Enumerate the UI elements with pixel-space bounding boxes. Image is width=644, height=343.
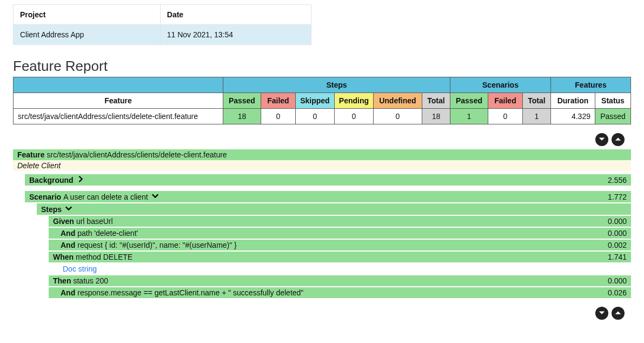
meta-table: Project Date Client Address App 11 Nov 2… bbox=[13, 4, 311, 45]
step-keyword: Then bbox=[53, 276, 71, 285]
cell-duration: 4.329 bbox=[550, 109, 595, 124]
scenario-name: A user can delete a client bbox=[63, 193, 148, 201]
chevron-down-icon bbox=[598, 309, 606, 318]
chevron-right-icon bbox=[76, 175, 84, 184]
step-row: Andresponse.message == getLastClient.nam… bbox=[49, 287, 631, 298]
step-keyword: Given bbox=[53, 217, 74, 226]
col-steps-failed: Failed bbox=[261, 93, 295, 109]
summary-header-cols: Feature Passed Failed Skipped Pending Un… bbox=[14, 93, 631, 109]
doc-string-label: Doc string bbox=[63, 265, 97, 273]
feature-description-text: Delete Client bbox=[17, 161, 61, 170]
steps-bar[interactable]: Steps bbox=[37, 203, 631, 215]
step-duration: 0.000 bbox=[594, 229, 627, 238]
step-keyword: And bbox=[61, 288, 75, 297]
col-steps-skipped: Skipped bbox=[295, 93, 334, 109]
col-duration: Duration bbox=[550, 93, 595, 109]
col-group-features: Features bbox=[550, 77, 630, 93]
col-steps-pending: Pending bbox=[334, 93, 373, 109]
col-steps-total: Total bbox=[422, 93, 450, 109]
col-scn-passed: Passed bbox=[450, 93, 488, 109]
step-duration: 0.000 bbox=[594, 276, 627, 285]
step-keyword: When bbox=[53, 253, 74, 261]
expand-collapse-bar bbox=[6, 133, 625, 146]
feature-path: src/test/java/clientAddress/clients/dele… bbox=[47, 150, 227, 159]
step-duration: 0.026 bbox=[594, 288, 627, 297]
step-row: Andpath 'delete-client'0.000 bbox=[49, 228, 631, 239]
cell-steps-pending: 0 bbox=[334, 109, 373, 124]
meta-project: Client Address App bbox=[14, 25, 161, 45]
step-duration: 0.000 bbox=[594, 217, 627, 226]
feature-description: Delete Client bbox=[13, 160, 631, 171]
col-steps-passed: Passed bbox=[223, 93, 261, 109]
cell-scn-failed: 0 bbox=[488, 109, 522, 124]
background-duration: 2.556 bbox=[594, 176, 627, 184]
step-text: status 200 bbox=[73, 276, 108, 285]
cell-status: Passed bbox=[595, 109, 630, 124]
summary-table: Steps Scenarios Features Feature Passed … bbox=[13, 77, 631, 124]
chevron-down-icon bbox=[598, 135, 606, 144]
step-list: Thenstatus 2000.000Andresponse.message =… bbox=[13, 275, 631, 298]
cell-scn-total: 1 bbox=[522, 109, 550, 124]
expand-all-button[interactable] bbox=[595, 133, 608, 146]
page-title: Feature Report bbox=[13, 58, 638, 75]
cell-steps-total: 18 bbox=[422, 109, 450, 124]
step-text: path 'delete-client' bbox=[77, 229, 138, 238]
scenario-keyword: Scenario bbox=[29, 193, 61, 201]
table-row: src/test/java/clientAddress/clients/dele… bbox=[14, 109, 631, 124]
step-text: url baseUrl bbox=[76, 217, 113, 226]
col-status: Status bbox=[595, 93, 630, 109]
scenario-duration: 1.772 bbox=[594, 193, 627, 201]
meta-date: 11 Nov 2021, 13:54 bbox=[160, 25, 311, 45]
col-scn-total: Total bbox=[522, 93, 550, 109]
col-group-scenarios: Scenarios bbox=[450, 77, 550, 93]
summary-header-groups: Steps Scenarios Features bbox=[14, 77, 631, 93]
feature-detail: Feature src/test/java/clientAddress/clie… bbox=[13, 149, 631, 298]
background-bar[interactable]: Background 2.556 bbox=[25, 174, 631, 186]
col-feature: Feature bbox=[14, 93, 223, 109]
feature-bar[interactable]: Feature src/test/java/clientAddress/clie… bbox=[13, 149, 631, 160]
step-row: Andrequest { id: "#(userId)", name: "#(u… bbox=[49, 240, 631, 250]
step-duration: 0.002 bbox=[594, 241, 627, 249]
chevron-down-icon bbox=[64, 205, 72, 214]
doc-string-link[interactable]: Doc string bbox=[49, 263, 631, 274]
col-group-steps: Steps bbox=[223, 77, 450, 93]
background-keyword: Background bbox=[29, 176, 74, 184]
step-duration: 1.741 bbox=[594, 253, 627, 261]
step-keyword: And bbox=[61, 229, 75, 238]
collapse-all-button[interactable] bbox=[612, 307, 625, 320]
expand-collapse-bar bbox=[6, 307, 625, 320]
step-text: request { id: "#(userId)", name: "#(user… bbox=[77, 241, 237, 249]
cell-steps-failed: 0 bbox=[261, 109, 295, 124]
cell-steps-skipped: 0 bbox=[295, 109, 334, 124]
table-row: Client Address App 11 Nov 2021, 13:54 bbox=[14, 25, 311, 45]
meta-header-date: Date bbox=[160, 5, 311, 25]
step-text: method DELETE bbox=[76, 253, 132, 261]
step-text: response.message == getLastClient.name +… bbox=[77, 288, 303, 297]
chevron-up-icon bbox=[614, 309, 622, 318]
chevron-down-icon bbox=[150, 192, 159, 201]
scenario-bar[interactable]: Scenario A user can delete a client 1.77… bbox=[25, 191, 631, 202]
collapse-all-button[interactable] bbox=[612, 133, 625, 146]
cell-steps-undefined: 0 bbox=[373, 109, 422, 124]
step-row: Thenstatus 2000.000 bbox=[49, 275, 631, 286]
step-row: Whenmethod DELETE1.741 bbox=[49, 252, 631, 262]
chevron-up-icon bbox=[614, 135, 622, 144]
meta-header-project: Project bbox=[14, 5, 161, 25]
step-keyword: And bbox=[61, 241, 75, 249]
expand-all-button[interactable] bbox=[595, 307, 608, 320]
feature-keyword: Feature bbox=[17, 150, 45, 159]
cell-scn-passed: 1 bbox=[450, 109, 488, 124]
step-row: Givenurl baseUrl0.000 bbox=[49, 216, 631, 227]
cell-steps-passed: 18 bbox=[223, 109, 261, 124]
col-steps-undefined: Undefined bbox=[373, 93, 422, 109]
cell-feature[interactable]: src/test/java/clientAddress/clients/dele… bbox=[14, 109, 223, 124]
col-scn-failed: Failed bbox=[488, 93, 522, 109]
step-list: Givenurl baseUrl0.000Andpath 'delete-cli… bbox=[13, 216, 631, 262]
steps-keyword: Steps bbox=[41, 205, 62, 214]
